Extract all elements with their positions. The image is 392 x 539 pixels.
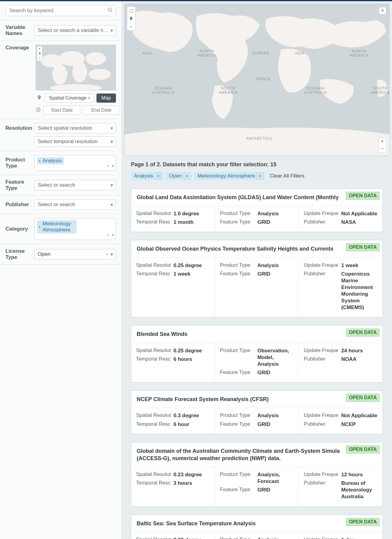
zoom-in-button[interactable]: + [379, 138, 386, 145]
field-label: Publisher [304, 356, 339, 363]
dataset-card[interactable]: Baltic Sea: Sea Surface Temperature Anal… [131, 515, 383, 539]
field-value: Copernicus Marine Environment Monitoring… [341, 271, 378, 311]
field-value: Bureau of Meteorology Australia [341, 480, 378, 500]
chip-label: Open [169, 173, 182, 179]
clear-all-filters[interactable]: Clear All Filters [270, 173, 304, 179]
map-label: SOUTH AMERICA [219, 86, 238, 95]
category-select[interactable]: × Meteorology Atmosphere × ▾ [34, 218, 116, 240]
field-label: Temporal Resc [136, 271, 171, 277]
field-value: GRID [257, 421, 271, 428]
keyword-search[interactable] [5, 5, 116, 16]
dataset-card[interactable]: Global Land Data Assimilation System (GL… [131, 188, 383, 232]
dataset-card[interactable]: Global Observed Ocean Physics Temperatur… [131, 240, 383, 317]
zoom-out-button[interactable]: − [379, 145, 386, 152]
search-input[interactable] [5, 5, 116, 16]
dataset-card[interactable]: Blended Sea WindsOPEN DATASpatial Resolu… [131, 325, 383, 382]
close-map-button[interactable]: × [379, 7, 386, 14]
dataset-title: Global Land Data Assimilation System (GL… [137, 194, 377, 201]
category-label: Category [5, 226, 31, 232]
field-value: 1 week [173, 271, 191, 277]
dataset-title: Global domain of the Australian Communit… [137, 447, 377, 462]
field-value: Analysis [257, 262, 279, 269]
field-value: 1 week [341, 262, 358, 269]
field-label: Product Type [220, 537, 255, 539]
variable-names-label: Variable Names [5, 24, 31, 37]
clear-icon[interactable]: × [106, 252, 108, 257]
field-value: GRID [257, 271, 271, 277]
field-label: Publisher [304, 421, 339, 428]
field-label: Spatial Resolut [136, 210, 171, 217]
pin-icon[interactable]: ⚲ [37, 51, 42, 56]
svg-point-0 [108, 8, 111, 11]
field-label: Temporal Resc [136, 480, 171, 487]
circle-icon[interactable]: ○ [37, 56, 42, 61]
chip-label: Analysis [134, 173, 153, 179]
chip-label: Meteorology Atmosphere [198, 173, 255, 179]
remove-tag-icon[interactable]: × [38, 159, 41, 163]
field-value: 24 hours [341, 347, 363, 354]
field-value: 6 hours [173, 356, 192, 363]
publisher-label: Publisher [5, 202, 31, 208]
field-value: 0.25 degree [173, 347, 202, 354]
field-value: NOAA [341, 356, 356, 363]
feature-type-label: Feature Type [5, 179, 31, 191]
field-label: Spatial Resolut [136, 412, 171, 419]
map-label: AFRICA [255, 77, 271, 81]
publisher-select[interactable]: Select or search ▾ [34, 199, 116, 210]
field-label: Update Freque [304, 262, 339, 269]
dataset-card[interactable]: NCEP Climate Forecast System Reanalysis … [131, 390, 383, 434]
field-value: GRID [257, 487, 271, 493]
remove-chip-icon[interactable]: × [257, 173, 264, 179]
spatial-resolution-select[interactable]: Select spatial resolution ▾ [34, 123, 116, 133]
tag-category: × Meteorology Atmosphere [37, 220, 77, 234]
remove-chip-icon[interactable]: × [155, 173, 162, 179]
end-date-input[interactable] [83, 106, 120, 115]
start-date-input[interactable] [43, 106, 80, 115]
draw-box-icon[interactable]: ▪ [37, 46, 42, 51]
field-value: 0.23 degree [173, 471, 202, 478]
feature-type-select[interactable]: Select or search ▾ [34, 180, 116, 190]
draw-box-icon[interactable]: ▢ [127, 7, 135, 15]
clear-icon[interactable]: × [107, 233, 109, 237]
dataset-card[interactable]: Global domain of the Australian Communit… [131, 442, 383, 507]
chevron-down-icon: ▾ [110, 202, 113, 208]
map-button[interactable]: Map [96, 93, 116, 103]
open-data-badge: OPEN DATA [346, 329, 380, 336]
product-type-select[interactable]: × Analysis × ▾ [34, 155, 116, 171]
field-value: 0.3 degree [173, 412, 199, 419]
field-value: 6 hour [173, 421, 189, 428]
temporal-resolution-select[interactable]: Select temporal resolution ▾ [34, 136, 116, 147]
field-label: Product Type [220, 347, 255, 368]
map-label: SOUTH AMERICA [371, 86, 390, 95]
field-label: Update Freque [304, 412, 339, 419]
chevron-down-icon: ▾ [110, 139, 113, 145]
world-map[interactable]: ASIA NORTH AMERICA EUROPE ASIA NORTH AME… [124, 4, 390, 156]
field-label: Feature Type [220, 421, 255, 428]
circle-icon[interactable]: ○ [127, 23, 135, 30]
map-zoom: + − [378, 137, 386, 153]
field-label: Update Freque [304, 537, 339, 539]
dataset-title: NCEP Climate Forecast System Reanalysis … [137, 396, 377, 403]
dataset-title: Global Observed Ocean Physics Temperatur… [137, 245, 377, 252]
chevron-down-icon: ▾ [88, 96, 90, 100]
coverage-mini-map[interactable]: ▪ ⚲ ○ [36, 45, 116, 90]
map-tools: ▢ ○ [127, 6, 135, 31]
map-label: NORTH AMERICA [198, 49, 216, 58]
active-filter-chips: Analysis×Open×Meteorology Atmosphere×Cle… [131, 172, 383, 180]
clear-icon[interactable]: × [107, 164, 109, 168]
license-select[interactable]: Open × ▾ [34, 249, 116, 259]
field-value: 3 hours [173, 480, 192, 487]
filter-sidebar: Variable Names Select or search a variab… [0, 1, 122, 539]
remove-tag-icon[interactable]: × [38, 225, 41, 229]
coverage-label: Coverage [5, 45, 31, 51]
chevron-down-icon: ▾ [110, 182, 113, 188]
spatial-coverage-button[interactable]: Spatial Coverage ▾ [45, 93, 94, 103]
field-value: 1 month [173, 219, 194, 226]
field-label: Temporal Resc [136, 421, 171, 428]
tag-analysis: × Analysis [37, 157, 64, 164]
remove-chip-icon[interactable]: × [184, 173, 190, 179]
variable-names-select[interactable]: Select or search a variable n… ▾ [34, 25, 116, 36]
field-label: Product Type [220, 412, 255, 419]
field-value: NASA [341, 219, 356, 226]
pin-icon[interactable] [127, 15, 135, 23]
